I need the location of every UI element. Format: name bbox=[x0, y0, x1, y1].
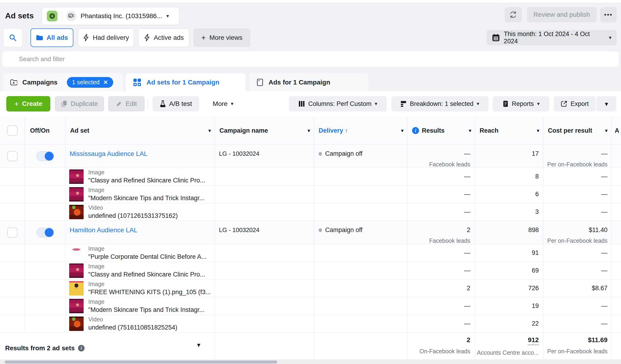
column-ad-set[interactable]: Ad set▾ bbox=[66, 117, 215, 144]
ad-set-toggle[interactable] bbox=[36, 228, 54, 237]
reach-cell: 69 bbox=[475, 262, 543, 279]
delivery-cell bbox=[314, 262, 407, 279]
row-checkbox-cell bbox=[0, 145, 25, 168]
row-checkbox[interactable] bbox=[7, 227, 17, 238]
footer-expand-caret[interactable]: ▼ bbox=[196, 342, 202, 348]
selected-filter-badge[interactable]: 1 selected ✕ bbox=[67, 77, 113, 88]
more-views-button[interactable]: + More views bbox=[193, 28, 250, 47]
ad-set-toggle[interactable] bbox=[36, 151, 54, 161]
column-reach[interactable]: Reach▾ bbox=[475, 117, 543, 144]
name-cell: Image"Purple Corporate Dental Clinic Bef… bbox=[66, 244, 215, 262]
ad-text-block: Videoundefined (1071261531375162) bbox=[88, 204, 178, 219]
cost-cell: — bbox=[543, 297, 611, 315]
tab-campaigns[interactable]: Campaigns 1 selected ✕ bbox=[3, 73, 123, 91]
tab-label: Ad sets for 1 Campaign bbox=[147, 79, 219, 86]
results-cell: — bbox=[407, 185, 475, 203]
page-title: Ad sets bbox=[5, 11, 34, 20]
column-campaign-name[interactable]: Campaign name▾ bbox=[215, 117, 314, 144]
row-checkbox[interactable] bbox=[7, 151, 17, 161]
status-dot-icon bbox=[319, 152, 322, 156]
ad-type-label: Image bbox=[88, 298, 205, 305]
export-button[interactable]: Export bbox=[554, 96, 596, 112]
reports-button[interactable]: Reports ▾ bbox=[493, 96, 550, 112]
off-on-cell bbox=[25, 145, 66, 168]
results-value: — bbox=[464, 191, 470, 198]
ab-test-button[interactable]: A/B test bbox=[153, 96, 199, 112]
ad-name: "Purple Corporate Dental Clinic Before A… bbox=[88, 253, 207, 260]
column-delivery[interactable]: Delivery↑▾ bbox=[314, 117, 407, 144]
review-and-publish-button[interactable]: Review and publish bbox=[527, 7, 597, 22]
off-on-cell bbox=[25, 244, 66, 262]
name-cell: Videoundefined (1071261531375162) bbox=[66, 203, 215, 221]
campaigns-folder-icon bbox=[10, 79, 17, 86]
campaign-name-cell bbox=[215, 280, 314, 297]
cost-cell: — bbox=[543, 244, 611, 262]
breakdown-button[interactable]: Breakdown: 1 selected ▾ bbox=[391, 96, 488, 112]
reach-value: 69 bbox=[532, 267, 539, 274]
reach-cell: 3 bbox=[475, 203, 543, 221]
more-options-button[interactable]: ••• bbox=[600, 7, 617, 22]
results-cell: — bbox=[407, 262, 475, 279]
ad-set-name-link[interactable]: Hamilton Audience LAL bbox=[70, 226, 138, 234]
chevron-down-icon: ▾ bbox=[537, 128, 539, 133]
duplicate-button[interactable]: Duplicate bbox=[55, 96, 104, 112]
horizontal-scrollbar bbox=[0, 360, 621, 364]
account-name: Phantastiq Inc. (10315986... bbox=[81, 12, 162, 20]
filter-all-ads[interactable]: All ads bbox=[31, 28, 73, 47]
refresh-button[interactable] bbox=[504, 7, 522, 22]
off-on-cell bbox=[25, 262, 66, 279]
column-results[interactable]: iResults▾ bbox=[407, 117, 475, 144]
results-value: — bbox=[464, 249, 470, 256]
edit-button[interactable]: Edit bbox=[108, 96, 145, 112]
results-value: 2 bbox=[467, 285, 470, 292]
create-button[interactable]: + Create bbox=[6, 96, 50, 112]
column-cost-per-result[interactable]: Cost per result▾ bbox=[543, 117, 611, 144]
info-icon[interactable]: i bbox=[412, 127, 419, 134]
campaign-name-cell bbox=[215, 244, 314, 262]
tab-ads[interactable]: Ads for 1 Campaign bbox=[249, 73, 368, 91]
search-button[interactable] bbox=[3, 28, 22, 47]
ad-type-label: Image bbox=[88, 263, 205, 270]
table-options-caret-button[interactable]: ▾ bbox=[597, 96, 616, 112]
toggle-knob bbox=[45, 228, 53, 237]
partial-cell bbox=[611, 185, 621, 203]
cost-value: — bbox=[601, 173, 607, 180]
columns-button[interactable]: Columns: Perf Custom ▾ bbox=[289, 96, 387, 112]
account-selector[interactable]: Phantastiq Inc. (10315986... ▾ bbox=[41, 7, 179, 25]
chevron-down-icon: ▾ bbox=[605, 128, 607, 133]
partial-cell bbox=[611, 244, 621, 262]
select-all-checkbox[interactable] bbox=[7, 125, 17, 136]
divider bbox=[26, 31, 26, 44]
filter-had-delivery[interactable]: Had delivery bbox=[78, 28, 134, 47]
results-value: — bbox=[464, 208, 470, 215]
off-on-cell bbox=[25, 203, 66, 221]
cost-sub-label: Per on-Facebook leads bbox=[547, 161, 607, 168]
filter-active-ads[interactable]: Active ads bbox=[138, 28, 189, 47]
columns-icon bbox=[298, 100, 305, 107]
cost-cell: — bbox=[543, 168, 611, 185]
table-footer-row: Results from 2 ad sets i ▼ 2 On-Facebook… bbox=[0, 332, 621, 360]
ad-thumbnail bbox=[69, 264, 84, 278]
columns-label: Columns: Perf Custom bbox=[308, 100, 372, 108]
reach-value: 726 bbox=[528, 285, 539, 292]
delivery-cell bbox=[314, 297, 407, 315]
delivery-cell bbox=[314, 315, 407, 332]
create-label: Create bbox=[22, 100, 42, 108]
more-button[interactable]: More ▾ bbox=[205, 96, 241, 112]
search-and-filter-input[interactable]: Search and filter bbox=[2, 51, 619, 67]
date-range-picker[interactable]: This month: 1 Oct 2024 - 4 Oct 2024 ▾ bbox=[487, 30, 617, 45]
footer-reach-value[interactable]: 912 bbox=[528, 336, 539, 345]
tab-ad-sets[interactable]: Ad sets for 1 Campaign bbox=[126, 73, 245, 91]
horizontal-scrollbar-thumb[interactable] bbox=[5, 361, 277, 364]
results-sub-label: Facebook leads bbox=[429, 161, 470, 168]
ad-thumbnail bbox=[69, 187, 84, 201]
info-icon[interactable]: i bbox=[78, 345, 85, 351]
cost-cell: —Per on-Facebook leads bbox=[543, 145, 611, 168]
close-icon[interactable]: ✕ bbox=[103, 79, 108, 86]
chevron-down-icon: ▾ bbox=[537, 101, 540, 106]
ad-set-name-link[interactable]: Mississauga Audience LAL bbox=[70, 150, 148, 158]
search-placeholder: Search and filter bbox=[19, 56, 65, 63]
reach-cell: 22 bbox=[475, 315, 543, 332]
delivery-cell bbox=[314, 244, 407, 262]
chevron-down-icon: ▾ bbox=[609, 35, 611, 40]
